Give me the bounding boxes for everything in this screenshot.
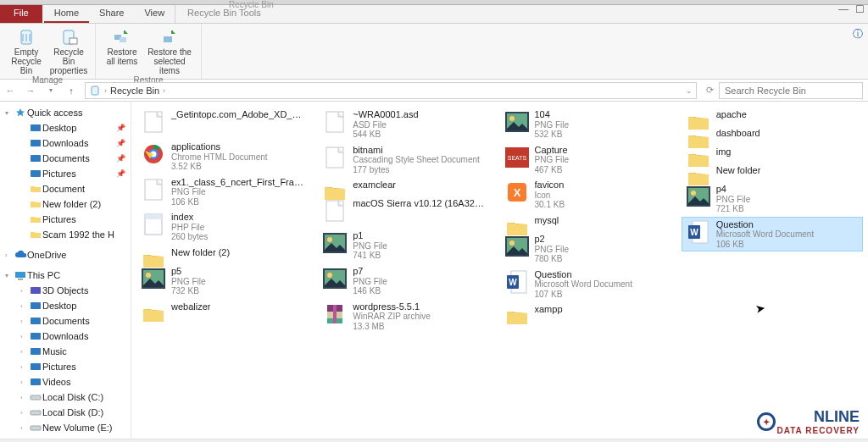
- search-input[interactable]: [725, 86, 857, 96]
- nav-this-pc[interactable]: ▾ This PC: [0, 268, 131, 283]
- file-item[interactable]: indexPHP File260 bytes: [136, 209, 318, 245]
- file-item[interactable]: wordpress-5.5.1WinRAR ZIP archive13.3 MB: [318, 299, 499, 334]
- file-name: Question: [535, 269, 632, 280]
- nav-item[interactable]: ›3D Objects: [0, 283, 131, 298]
- file-item[interactable]: p7PNG File146 KB: [318, 263, 499, 299]
- restore-selected-items-button[interactable]: Restore the selected items: [145, 25, 194, 75]
- file-item[interactable]: img: [682, 144, 863, 163]
- folder-icon: [29, 229, 42, 240]
- breadcrumb[interactable]: › Recycle Bin › ⌄: [85, 82, 697, 99]
- nav-item[interactable]: Downloads📌: [0, 135, 131, 151]
- file-item[interactable]: ~WRA0001.asdASD File544 KB: [318, 107, 499, 142]
- help-icon[interactable]: ⓘ: [853, 27, 863, 41]
- nav-item[interactable]: ›Local Disk (D:): [0, 405, 131, 420]
- recent-locations-button[interactable]: ▾: [41, 81, 61, 100]
- file-item[interactable]: p1PNG File741 KB: [318, 228, 499, 263]
- file-name: xampp: [535, 304, 563, 315]
- maximize-icon[interactable]: ☐: [855, 3, 865, 15]
- nav-quick-access[interactable]: ▾ Quick access: [0, 105, 131, 120]
- svg-rect-19: [31, 378, 41, 385]
- file-item[interactable]: ex1._class_6_ncert_First_FramePNG File10…: [136, 174, 318, 210]
- nav-label: Desktop: [42, 123, 76, 133]
- file-item[interactable]: dashboard: [682, 125, 863, 144]
- nav-label: 3D Objects: [42, 285, 88, 296]
- file-item[interactable]: New folder: [682, 163, 863, 181]
- nav-item[interactable]: Scam 1992 the H: [0, 227, 131, 242]
- file-name: Capture: [535, 145, 570, 156]
- nav-item[interactable]: ›Local Disk (C:): [0, 390, 131, 405]
- nav-item[interactable]: ›Documents: [0, 313, 131, 329]
- restore-all-items-button[interactable]: Restore all items: [103, 25, 142, 75]
- chrome-icon: [141, 141, 166, 167]
- nav-item[interactable]: ›New Volume (E:): [0, 420, 131, 435]
- nav-item[interactable]: Desktop📌: [0, 120, 131, 135]
- chevron-down-icon[interactable]: ▾: [5, 272, 14, 279]
- tab-view[interactable]: View: [134, 5, 175, 23]
- recycle-bin-properties-button[interactable]: Recycle Bin properties: [49, 25, 88, 75]
- file-item[interactable]: examclear: [318, 177, 499, 196]
- file-size: 780 KB: [535, 254, 570, 264]
- file-item[interactable]: mysql: [500, 213, 682, 231]
- minimize-icon[interactable]: —: [838, 3, 849, 15]
- file-item[interactable]: webalizer: [136, 299, 318, 318]
- nav-item[interactable]: ›Music: [0, 344, 131, 359]
- file-item[interactable]: New folder (2): [136, 245, 318, 263]
- file-item[interactable]: applicationsChrome HTML Document3.52 KB: [136, 139, 318, 174]
- empty-recycle-bin-button[interactable]: Empty Recycle Bin: [7, 25, 46, 75]
- file-item[interactable]: p4PNG File721 KB: [682, 181, 863, 217]
- nav-item[interactable]: Pictures📌: [0, 166, 131, 181]
- file-type: WinRAR ZIP archive: [353, 312, 431, 322]
- back-button[interactable]: ←: [0, 81, 20, 100]
- drive-icon: [29, 406, 42, 418]
- refresh-button[interactable]: ⟳: [700, 81, 719, 100]
- nav-item[interactable]: Pictures: [0, 212, 131, 227]
- search-box[interactable]: [719, 82, 863, 99]
- file-item[interactable]: bitnamiCascading Style Sheet Document177…: [318, 142, 499, 178]
- nav-item[interactable]: Document: [0, 181, 131, 196]
- file-item[interactable]: WQuestionMicrosoft Word Document106 KB: [682, 217, 863, 252]
- star-icon: [14, 107, 27, 119]
- file-item[interactable]: WQuestionMicrosoft Word Document107 KB: [500, 267, 682, 302]
- file-name: p7: [353, 266, 387, 277]
- horizontal-scrollbar[interactable]: [0, 439, 868, 442]
- nav-label: Desktop: [42, 301, 76, 311]
- svg-rect-20: [31, 395, 41, 400]
- file-item[interactable]: macOS Sierra v10.12 (16A323) Multilingua…: [318, 196, 499, 228]
- nav-label: Local Disk (C:): [42, 392, 103, 402]
- file-item[interactable]: apache: [682, 107, 863, 125]
- tab-share[interactable]: Share: [89, 5, 134, 23]
- nav-item[interactable]: Documents📌: [0, 151, 131, 166]
- svg-rect-10: [31, 170, 41, 177]
- chevron-down-icon[interactable]: ⌄: [686, 86, 693, 95]
- chevron-down-icon[interactable]: ▾: [5, 109, 14, 117]
- file-size: 146 KB: [353, 286, 387, 296]
- video-icon: [29, 376, 42, 388]
- tab-file[interactable]: File: [0, 5, 42, 23]
- chevron-right-icon[interactable]: ›: [5, 251, 14, 259]
- nav-item[interactable]: New folder (2): [0, 196, 131, 212]
- forward-button[interactable]: →: [20, 81, 41, 100]
- ribbon-btn-label: Restore the selected items: [145, 47, 194, 75]
- up-button[interactable]: ↑: [61, 81, 81, 100]
- file-item[interactable]: _Getintopc.com_Adobe_XD_CC_26.0.22x64: [136, 107, 318, 139]
- nav-item[interactable]: ›Pictures: [0, 359, 131, 374]
- file-item[interactable]: XfaviconIcon30.1 KB: [500, 177, 682, 213]
- nav-item[interactable]: ›Desktop: [0, 298, 131, 313]
- file-size: 532 KB: [535, 130, 570, 140]
- tab-home[interactable]: Home: [44, 5, 89, 23]
- nav-onedrive[interactable]: › OneDrive: [0, 247, 131, 262]
- svg-text:W: W: [690, 228, 698, 237]
- monitor-icon: [29, 122, 42, 134]
- file-item[interactable]: p5PNG File732 KB: [136, 263, 318, 299]
- nav-item[interactable]: ›Videos: [0, 374, 131, 390]
- file-item[interactable]: xampp: [500, 301, 682, 320]
- file-list[interactable]: _Getintopc.com_Adobe_XD_CC_26.0.22x64app…: [131, 102, 868, 439]
- file-size: 106 KB: [171, 197, 307, 207]
- file-item[interactable]: SEATSCapturePNG File467 KB: [500, 142, 682, 178]
- ribbon: Empty Recycle Bin Recycle Bin properties…: [0, 24, 868, 80]
- nav-item[interactable]: ›Downloads: [0, 329, 131, 344]
- file-item[interactable]: 104PNG File532 KB: [500, 107, 682, 142]
- file-item[interactable]: p2PNG File780 KB: [500, 231, 682, 267]
- file-type: PNG File: [171, 187, 307, 197]
- word-icon: W: [686, 219, 711, 245]
